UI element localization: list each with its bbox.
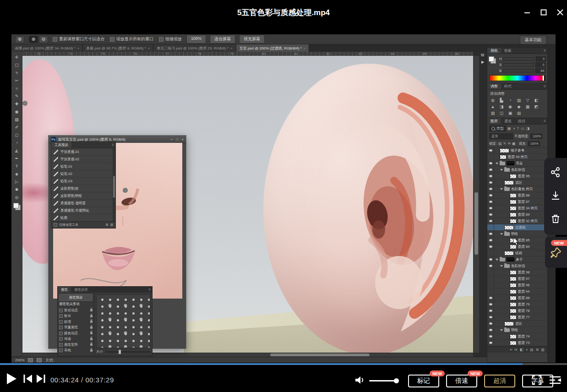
layer-row[interactable]: 图层 94 [487, 289, 547, 295]
layer-row[interactable]: 图层 87 [487, 199, 547, 205]
brush-option-row[interactable]: 颜色动态 [59, 331, 93, 337]
option-checkbox[interactable] [59, 326, 63, 329]
adjustment-icon[interactable]: ◉ [507, 103, 514, 109]
adjustment-icon[interactable]: ▲ [489, 103, 496, 109]
slider-track[interactable] [503, 57, 534, 60]
visibility-toggle[interactable] [487, 327, 494, 333]
panel-color-swatches[interactable] [489, 56, 496, 64]
layer-filter-icon[interactable]: ◑ [513, 126, 515, 131]
lock-icon[interactable] [90, 321, 93, 323]
layer-row[interactable]: 过渡线 [487, 224, 547, 231]
ps-tool-icon[interactable]: ◈ [13, 170, 21, 178]
fullscreen-button[interactable] [531, 375, 542, 386]
layer-row[interactable]: 图层 78 [487, 308, 547, 314]
adjustment-icon[interactable]: ◩ [533, 103, 540, 109]
visibility-toggle[interactable] [487, 250, 494, 256]
panel-menu-icon[interactable]: ≡ [544, 119, 546, 123]
visibility-toggle[interactable] [487, 295, 494, 301]
tab-tool-presets[interactable]: 工具预设 [51, 142, 71, 148]
player-option-button[interactable]: 标记 NEW [408, 375, 439, 387]
ps-tool-icon[interactable]: ϟ [13, 69, 21, 76]
adjustment-icon[interactable]: ◔ [507, 97, 514, 103]
layer-filter-icon[interactable]: ▦ [507, 126, 511, 131]
tab-close-icon[interactable]: × [304, 46, 306, 50]
maximize-button[interactable] [538, 6, 550, 18]
visibility-toggle[interactable] [487, 308, 494, 314]
current-tool-only-checkbox[interactable] [54, 223, 57, 227]
brush-presets-button[interactable]: 画笔预设 [59, 294, 93, 301]
tab-close-icon[interactable]: × [230, 46, 233, 50]
adjustment-icon[interactable]: ◨ [498, 103, 505, 109]
layers-action-icon[interactable]: ▤ [530, 348, 534, 352]
tab-close-icon[interactable]: × [148, 46, 150, 50]
blend-mode-dropdown[interactable]: 正常 [489, 133, 513, 139]
panel-menu-icon[interactable]: ≡ [148, 288, 151, 292]
option-checkbox[interactable] [59, 343, 63, 347]
tool-preset-item[interactable]: 铅笔-01 [51, 163, 115, 170]
layers-action-icon[interactable]: ▥ [541, 348, 545, 352]
layer-row[interactable]: 图层 95 [487, 173, 547, 180]
status-zoom-level[interactable]: 200% [15, 358, 24, 362]
workspace-button[interactable]: 基本功能 [520, 36, 546, 44]
brush-option-row[interactable]: 散布 [59, 313, 93, 319]
tab-adjustments[interactable]: 调整 [487, 83, 501, 89]
adjustment-icon[interactable]: ◍ [489, 97, 496, 103]
ps-tool-icon[interactable]: ✛ [13, 54, 21, 61]
brush-option-row[interactable]: 画笔笔势 [59, 342, 93, 348]
float-maximize-icon[interactable]: □ [176, 137, 178, 142]
layers-action-icon[interactable]: ◧ [520, 348, 523, 352]
zoom-in-button[interactable]: ⊕ [29, 36, 38, 43]
download-icon[interactable] [550, 190, 561, 203]
hsb-slider-row[interactable]: S 0 [497, 61, 548, 67]
ps-tool-icon[interactable]: ✂ [13, 77, 21, 84]
group-caret-icon[interactable] [500, 265, 503, 267]
minimize-button[interactable] [521, 6, 533, 18]
lock-icon[interactable] [90, 315, 93, 317]
ps-tool-icon[interactable]: ▢ [13, 61, 21, 69]
adjustment-icon[interactable]: ▽ [524, 97, 531, 103]
opacity-value[interactable]: 100% [530, 134, 542, 139]
layers-action-icon[interactable]: fx [515, 348, 518, 352]
foreground-color-swatch[interactable] [13, 203, 19, 208]
adjustment-icon[interactable]: ▙ [498, 97, 505, 103]
panel-collapse-icon[interactable]: ▤ [481, 53, 485, 57]
tool-preset-item[interactable]: 皮肤塑形|明暗 [51, 192, 115, 200]
tab-brush-settings[interactable]: 画笔设置 [71, 287, 91, 293]
slider-value[interactable]: 0 [536, 56, 546, 61]
ps-tool-icon[interactable]: ✐ [13, 124, 21, 131]
visibility-toggle[interactable] [487, 333, 494, 339]
share-icon[interactable] [550, 167, 561, 180]
size-slider[interactable] [105, 351, 150, 353]
layer-row[interactable]: 图层 89 [487, 212, 547, 218]
ps-tool-icon[interactable]: ▷ [13, 178, 21, 185]
ps-tool-icon[interactable]: ✱ [13, 186, 21, 193]
layers-action-icon[interactable]: ◑ [525, 348, 528, 352]
lock-icon[interactable] [90, 332, 93, 334]
adjustment-icon[interactable]: ◧ [533, 97, 540, 103]
group-caret-icon[interactable] [500, 233, 503, 235]
adjustment-icon[interactable]: ▣ [507, 110, 514, 116]
layer-row[interactable]: 色彩加强 [487, 263, 547, 269]
float-close-icon[interactable]: × [181, 137, 184, 142]
layer-row[interactable]: 选区 [487, 321, 547, 327]
layer-row[interactable]: 图层 96 [487, 282, 547, 289]
tab-paths[interactable]: 路径 [515, 118, 529, 124]
visibility-toggle[interactable] [487, 173, 494, 179]
ps-document-tab[interactable]: 五官.psd @ 200% (过渡线, RGB/8/#) * × [236, 44, 310, 52]
visibility-toggle[interactable] [487, 263, 494, 269]
ps-document-tab[interactable]: 表情.psd @ 100% (图层 34, RGB/8) * × [11, 44, 83, 52]
ps-zoom-preset-button[interactable]: 100% [186, 35, 206, 44]
new-preset-icon[interactable]: ⊞ [106, 223, 109, 227]
ps-document-tab[interactable]: 单元二练习.psd @ 100% (图层 29, RGB/8) * × [153, 44, 236, 52]
group-caret-icon[interactable] [500, 169, 503, 171]
ps-tool-icon[interactable]: ◭ [13, 147, 21, 154]
vscroll-thumb[interactable] [474, 192, 478, 255]
visibility-toggle[interactable] [487, 321, 494, 327]
layers-action-icon[interactable]: ∞ [510, 348, 512, 352]
brush-tip-grid[interactable] [96, 294, 150, 348]
lock-icon[interactable] [90, 349, 93, 352]
visibility-toggle[interactable] [487, 314, 494, 320]
float-minimize-icon[interactable]: ─ [170, 137, 173, 142]
visibility-toggle[interactable] [487, 301, 494, 307]
volume-knob[interactable] [394, 378, 399, 383]
